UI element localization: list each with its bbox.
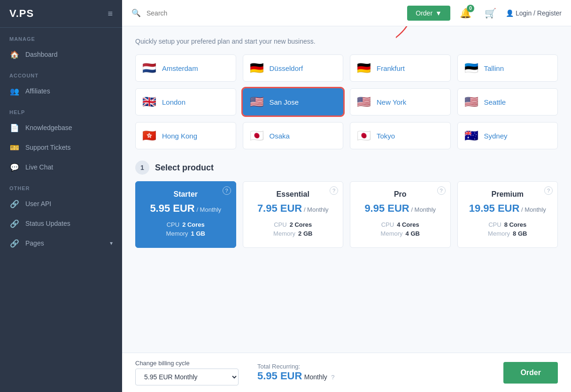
notification-badge: 0 [467,5,474,12]
login-register-link[interactable]: 👤 Login / Register [506,9,562,17]
product-price-pro: 9.95 EUR / Monthly [358,202,443,215]
total-help-icon[interactable]: ? [331,374,334,381]
notifications-button[interactable]: 🔔 0 [456,6,475,21]
order-button[interactable]: Order ▼ [407,6,450,21]
flag-emoji-dusseldorf: 🇩🇪 [250,62,264,74]
flag-emoji-hong-kong: 🇭🇰 [142,130,156,141]
flag-emoji-tallinn: 🇪🇪 [464,62,478,74]
sidebar-item-label: Pages [25,239,110,247]
location-card-london[interactable]: 🇬🇧London [135,88,236,115]
sidebar-item-affiliates[interactable]: 👥 Affiliates [0,81,122,101]
sidebar-item-label: Status Updates [25,220,113,227]
sidebar-item-knowledgebase[interactable]: 📄 Knowledgebase [0,118,122,138]
select-product-header: 1 Select product [135,161,558,175]
status-updates-icon: 🔗 [9,218,20,229]
topbar: 🔍 Order ▼ 🔔 0 🛒 👤 Login / Register [122,0,571,26]
product-price-starter: 5.95 EUR / Monthly [143,202,228,215]
location-name-london: London [162,98,185,106]
flag-emoji-amsterdam: 🇳🇱 [142,62,156,74]
pages-icon: 🔗 [9,238,20,248]
product-name-starter: Starter [143,190,228,199]
location-card-tokyo[interactable]: 🇯🇵Tokyo [350,122,451,149]
product-help-essential[interactable]: ? [330,186,338,195]
section-other: OTHER [0,177,122,194]
chevron-down-icon: ▾ [110,240,113,246]
user-icon: 👤 [506,9,514,17]
location-card-amsterdam[interactable]: 🇳🇱Amsterdam [135,54,236,82]
billing-label: Change billing cycle [135,360,239,367]
location-card-new-york[interactable]: 🇺🇸New York [350,88,451,115]
location-name-san-jose: San Jose [270,98,299,106]
location-name-sydney: Sydney [484,132,508,140]
search-wrap [147,9,401,17]
product-card-pro[interactable]: ?Pro9.95 EUR / MonthlyCPU4 CoresMemory4 … [350,181,451,248]
location-card-osaka[interactable]: 🇯🇵Osaka [243,122,344,149]
flag-emoji-sydney: 🇦🇺 [464,130,478,141]
location-name-new-york: New York [377,98,406,106]
affiliates-icon: 👥 [9,86,20,96]
product-card-essential[interactable]: ?Essential7.95 EUR / MonthlyCPU2 CoresMe… [243,181,344,248]
sidebar-item-label: Dashboard [25,51,113,58]
total-value: 5.95 EUR [257,370,302,382]
search-icon: 🔍 [131,8,141,17]
sidebar-item-dashboard[interactable]: 🏠 Dashboard [0,45,122,64]
location-card-dusseldorf[interactable]: 🇩🇪Düsseldorf [243,54,344,82]
user-api-icon: 🔗 [9,199,20,209]
location-card-hong-kong[interactable]: 🇭🇰Hong Kong [135,122,236,149]
billing-select[interactable]: 5.95 EUR Monthly [135,369,239,385]
select-product-title: Select product [155,163,214,173]
bottom-order-button[interactable]: Order [503,362,558,384]
total-label: Total Recurring: [257,363,335,370]
product-help-pro[interactable]: ? [437,186,446,195]
location-name-tallinn: Tallinn [484,64,504,72]
live-chat-icon: 💬 [9,162,20,172]
location-grid: 🇳🇱Amsterdam🇩🇪Düsseldorf🇩🇪Frankfurt🇪🇪Tall… [135,54,558,149]
flag-emoji-london: 🇬🇧 [142,96,156,108]
sidebar-item-status-updates[interactable]: 🔗 Status Updates [0,214,122,233]
flag-emoji-osaka: 🇯🇵 [250,130,264,141]
flag-emoji-frankfurt: 🇩🇪 [357,62,371,74]
knowledgebase-icon: 📄 [9,123,20,133]
sidebar-item-label: User API [25,200,113,208]
sidebar-item-support-tickets[interactable]: 🎫 Support Tickets [0,138,122,157]
location-name-tokyo: Tokyo [377,132,395,140]
chevron-down-icon: ▼ [435,9,442,17]
product-specs-pro: CPU4 CoresMemory4 GB [358,221,443,237]
sidebar-item-label: Knowledgebase [25,124,113,131]
sidebar-item-live-chat[interactable]: 💬 Live Chat [0,157,122,177]
total-section: Total Recurring: 5.95 EUR Monthly ? [257,363,335,382]
location-card-sydney[interactable]: 🇦🇺Sydney [457,122,558,149]
search-input[interactable] [147,9,401,17]
flag-emoji-san-jose: 🇺🇸 [250,96,264,108]
product-specs-premium: CPU8 CoresMemory8 GB [465,221,550,237]
location-name-osaka: Osaka [270,132,290,140]
step-number: 1 [135,161,149,175]
product-price-essential: 7.95 EUR / Monthly [251,202,336,215]
logo: V.PS [9,8,34,20]
cart-button[interactable]: 🛒 [481,6,500,21]
sidebar-logo-area: V.PS ≡ [0,0,122,28]
product-card-starter[interactable]: ?Starter5.95 EUR / MonthlyCPU2 CoresMemo… [135,181,236,248]
location-name-seattle: Seattle [484,98,506,106]
section-manage: MANAGE [0,28,122,45]
hamburger-icon[interactable]: ≡ [108,9,113,19]
section-help: HELP [0,101,122,118]
sidebar: V.PS ≡ MANAGE 🏠 Dashboard ACCOUNT 👥 Affi… [0,0,122,392]
location-name-hong-kong: Hong Kong [162,132,197,140]
content-area: Quickly setup your prefered plan and sta… [122,26,571,353]
sidebar-item-pages[interactable]: 🔗 Pages ▾ [0,233,122,253]
location-name-frankfurt: Frankfurt [377,64,405,72]
bottom-bar: Change billing cycle 5.95 EUR Monthly To… [122,353,571,392]
sidebar-item-label: Support Tickets [25,144,113,151]
product-card-premium[interactable]: ?Premium19.95 EUR / MonthlyCPU8 CoresMem… [457,181,558,248]
flag-emoji-tokyo: 🇯🇵 [357,130,371,141]
location-card-seattle[interactable]: 🇺🇸Seattle [457,88,558,115]
home-icon: 🏠 [9,49,20,60]
location-card-frankfurt[interactable]: 🇩🇪Frankfurt [350,54,451,82]
product-help-starter[interactable]: ? [223,186,231,195]
sidebar-item-user-api[interactable]: 🔗 User API [0,194,122,214]
product-name-pro: Pro [358,190,443,199]
location-card-tallinn[interactable]: 🇪🇪Tallinn [457,54,558,82]
product-help-premium[interactable]: ? [544,186,553,195]
location-card-san-jose[interactable]: 🇺🇸San Jose [243,88,344,115]
